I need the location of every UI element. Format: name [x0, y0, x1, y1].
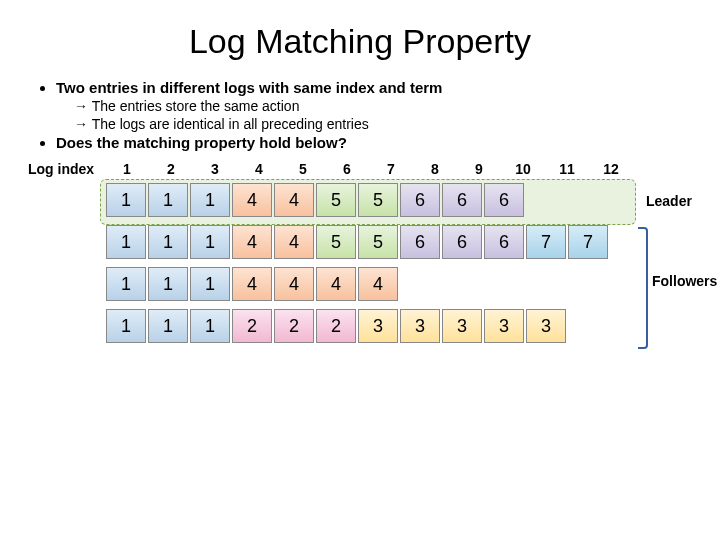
- index-row: Log index 123456789101112: [28, 161, 692, 177]
- log-entry: 4: [274, 267, 314, 301]
- index-col: 2: [150, 161, 192, 177]
- bullet-1-sub-2: → The logs are identical in all precedin…: [74, 116, 692, 132]
- log-entry: 6: [442, 183, 482, 217]
- log-entry: 1: [106, 225, 146, 259]
- bullet-list: Two entries in different logs with same …: [28, 79, 692, 151]
- index-col: 11: [546, 161, 588, 177]
- bullet-1: Two entries in different logs with same …: [56, 79, 692, 132]
- log-entry: 1: [148, 309, 188, 343]
- index-col: 9: [458, 161, 500, 177]
- log-entry: 4: [358, 267, 398, 301]
- log-entry: 5: [316, 225, 356, 259]
- log-entry: 1: [190, 183, 230, 217]
- bullet-2-text: Does the matching property hold below?: [56, 134, 347, 151]
- index-col: 7: [370, 161, 412, 177]
- log-entry: 1: [148, 183, 188, 217]
- follower-log-row: 1114444: [106, 267, 692, 301]
- log-entry: 1: [190, 309, 230, 343]
- index-col: 12: [590, 161, 632, 177]
- leader-log-row: 1114455666: [106, 183, 692, 217]
- log-entry: 5: [358, 225, 398, 259]
- index-col: 3: [194, 161, 236, 177]
- index-col: 5: [282, 161, 324, 177]
- log-entry: 1: [190, 267, 230, 301]
- slide-title: Log Matching Property: [28, 22, 692, 61]
- log-entry: 4: [232, 267, 272, 301]
- log-entry: 7: [526, 225, 566, 259]
- log-entry: 4: [274, 183, 314, 217]
- log-entry: 7: [568, 225, 608, 259]
- log-entry: 4: [274, 225, 314, 259]
- log-entry: 1: [148, 267, 188, 301]
- follower-log-row: 11122233333: [106, 309, 692, 343]
- index-label: Log index: [28, 161, 106, 177]
- log-entry: 6: [442, 225, 482, 259]
- log-entry: 6: [400, 183, 440, 217]
- bullet-1-sub-2-text: The logs are identical in all preceding …: [92, 116, 369, 132]
- log-entry: 2: [232, 309, 272, 343]
- log-entry: 2: [316, 309, 356, 343]
- bullet-1-sub-1: → The entries store the same action: [74, 98, 692, 114]
- follower-log-row: 111445566677: [106, 225, 692, 259]
- log-entry: 1: [106, 309, 146, 343]
- log-entry: 1: [106, 267, 146, 301]
- log-entry: 1: [106, 183, 146, 217]
- log-entry: 3: [400, 309, 440, 343]
- log-entry: 4: [232, 225, 272, 259]
- leader-label: Leader: [646, 193, 692, 209]
- followers-bracket: [638, 227, 648, 349]
- bullet-1-text: Two entries in different logs with same …: [56, 79, 442, 96]
- log-entry: 1: [148, 225, 188, 259]
- log-entry: 5: [316, 183, 356, 217]
- bullet-2: Does the matching property hold below?: [56, 134, 692, 151]
- log-entry: 3: [358, 309, 398, 343]
- log-entry: 2: [274, 309, 314, 343]
- log-entry: 1: [190, 225, 230, 259]
- index-col: 1: [106, 161, 148, 177]
- log-entry: 5: [358, 183, 398, 217]
- log-entry: 6: [400, 225, 440, 259]
- index-col: 4: [238, 161, 280, 177]
- logs-area: 1114455666111445566677111444411122233333…: [106, 183, 692, 343]
- bullet-1-sub-1-text: The entries store the same action: [92, 98, 300, 114]
- index-col: 10: [502, 161, 544, 177]
- log-entry: 4: [316, 267, 356, 301]
- index-col: 8: [414, 161, 456, 177]
- log-entry: 6: [484, 183, 524, 217]
- followers-label: Followers: [652, 273, 717, 289]
- log-entry: 4: [232, 183, 272, 217]
- log-entry: 6: [484, 225, 524, 259]
- log-entry: 3: [526, 309, 566, 343]
- log-entry: 3: [442, 309, 482, 343]
- index-col: 6: [326, 161, 368, 177]
- log-entry: 3: [484, 309, 524, 343]
